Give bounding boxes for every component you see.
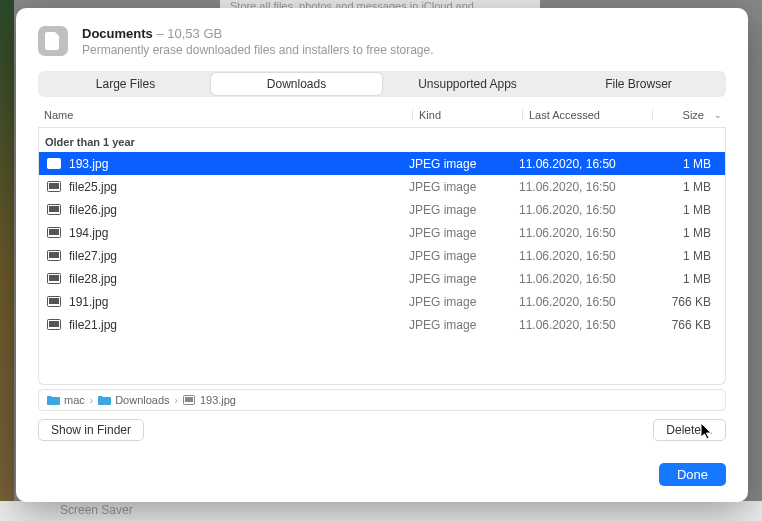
tab-downloads[interactable]: Downloads [211, 73, 382, 95]
file-kind: JPEG image [409, 157, 519, 171]
svg-rect-1 [49, 160, 59, 166]
action-row: Show in Finder Delete… [16, 411, 748, 441]
file-name: file21.jpg [69, 318, 117, 332]
col-header-size[interactable]: Size ⌄ [652, 109, 722, 121]
breadcrumb: mac›Downloads›193.jpg [38, 389, 726, 411]
svg-rect-5 [49, 206, 59, 212]
tab-file-browser[interactable]: File Browser [553, 73, 724, 95]
title-size: – 10,53 GB [156, 26, 222, 41]
svg-rect-13 [49, 298, 59, 304]
segmented-control: Large FilesDownloadsUnsupported AppsFile… [38, 71, 726, 97]
file-accessed: 11.06.2020, 16:50 [519, 203, 649, 217]
table-row[interactable]: 194.jpgJPEG image11.06.2020, 16:501 MB [39, 221, 725, 244]
image-file-icon [47, 319, 61, 330]
table-header: Name Kind Last Accessed Size ⌄ [38, 103, 726, 128]
col-header-accessed[interactable]: Last Accessed [522, 109, 652, 121]
image-file-icon [47, 204, 61, 215]
file-size: 766 KB [649, 295, 725, 309]
file-kind: JPEG image [409, 203, 519, 217]
tab-large-files[interactable]: Large Files [40, 73, 211, 95]
tab-unsupported-apps[interactable]: Unsupported Apps [382, 73, 553, 95]
file-name: 191.jpg [69, 295, 108, 309]
breadcrumb-item[interactable]: mac [47, 394, 85, 406]
panel-subtitle: Permanently erase downloaded files and i… [82, 43, 726, 57]
tabs-row: Large FilesDownloadsUnsupported AppsFile… [16, 71, 748, 103]
file-size: 1 MB [649, 203, 725, 217]
table-row[interactable]: file25.jpgJPEG image11.06.2020, 16:501 M… [39, 175, 725, 198]
image-file-icon [47, 158, 61, 169]
panel-header: Documents – 10,53 GB Permanently erase d… [16, 8, 748, 71]
file-accessed: 11.06.2020, 16:50 [519, 226, 649, 240]
file-size: 766 KB [649, 318, 725, 332]
desktop-background-left [0, 0, 14, 521]
documents-icon [38, 26, 68, 56]
file-size: 1 MB [649, 180, 725, 194]
file-size: 1 MB [649, 157, 725, 171]
image-file-icon [47, 273, 61, 284]
file-name: file27.jpg [69, 249, 117, 263]
breadcrumb-item[interactable]: 193.jpg [183, 394, 236, 406]
footer: Done [16, 441, 748, 502]
file-accessed: 11.06.2020, 16:50 [519, 272, 649, 286]
image-file-icon [183, 395, 196, 406]
breadcrumb-label: mac [64, 394, 85, 406]
breadcrumb-item[interactable]: Downloads [98, 394, 169, 406]
bg-item-label: Screen Saver [60, 503, 133, 517]
storage-documents-panel: Documents – 10,53 GB Permanently erase d… [16, 8, 748, 502]
image-file-icon [47, 227, 61, 238]
file-accessed: 11.06.2020, 16:50 [519, 157, 649, 171]
table-body[interactable]: Older than 1 year 193.jpgJPEG image11.06… [38, 128, 726, 385]
svg-rect-7 [49, 229, 59, 235]
file-size: 1 MB [649, 226, 725, 240]
breadcrumb-label: 193.jpg [200, 394, 236, 406]
table-row[interactable]: 191.jpgJPEG image11.06.2020, 16:50766 KB [39, 290, 725, 313]
svg-rect-3 [49, 183, 59, 189]
svg-rect-11 [49, 275, 59, 281]
file-accessed: 11.06.2020, 16:50 [519, 180, 649, 194]
image-file-icon [47, 296, 61, 307]
header-text: Documents – 10,53 GB Permanently erase d… [82, 26, 726, 57]
file-table: Name Kind Last Accessed Size ⌄ Older tha… [38, 103, 726, 385]
svg-rect-9 [49, 252, 59, 258]
file-kind: JPEG image [409, 272, 519, 286]
chevron-right-icon: › [175, 395, 178, 406]
breadcrumb-label: Downloads [115, 394, 169, 406]
file-name: file25.jpg [69, 180, 117, 194]
title-text: Documents [82, 26, 153, 41]
file-name: file26.jpg [69, 203, 117, 217]
panel-title: Documents – 10,53 GB [82, 26, 726, 41]
file-size: 1 MB [649, 272, 725, 286]
svg-rect-15 [49, 321, 59, 327]
done-button[interactable]: Done [659, 463, 726, 486]
file-kind: JPEG image [409, 180, 519, 194]
file-name: file28.jpg [69, 272, 117, 286]
file-name: 193.jpg [69, 157, 108, 171]
table-row[interactable]: file27.jpgJPEG image11.06.2020, 16:501 M… [39, 244, 725, 267]
group-header: Older than 1 year [39, 128, 725, 152]
file-accessed: 11.06.2020, 16:50 [519, 249, 649, 263]
delete-button[interactable]: Delete… [653, 419, 726, 441]
file-kind: JPEG image [409, 226, 519, 240]
chevron-down-icon: ⌄ [714, 110, 722, 120]
table-row[interactable]: 193.jpgJPEG image11.06.2020, 16:501 MB [39, 152, 725, 175]
table-row[interactable]: file26.jpgJPEG image11.06.2020, 16:501 M… [39, 198, 725, 221]
image-file-icon [47, 250, 61, 261]
file-accessed: 11.06.2020, 16:50 [519, 295, 649, 309]
table-row[interactable]: file21.jpgJPEG image11.06.2020, 16:50766… [39, 313, 725, 336]
image-file-icon [47, 181, 61, 192]
file-accessed: 11.06.2020, 16:50 [519, 318, 649, 332]
col-header-kind[interactable]: Kind [412, 109, 522, 121]
folder-icon [98, 395, 111, 406]
file-kind: JPEG image [409, 295, 519, 309]
desktop-background-bottom: Screen Saver [0, 501, 762, 521]
file-kind: JPEG image [409, 249, 519, 263]
file-kind: JPEG image [409, 318, 519, 332]
file-size: 1 MB [649, 249, 725, 263]
show-in-finder-button[interactable]: Show in Finder [38, 419, 144, 441]
folder-icon [47, 395, 60, 406]
svg-rect-17 [185, 397, 193, 402]
file-name: 194.jpg [69, 226, 108, 240]
col-header-name[interactable]: Name [42, 109, 412, 121]
table-row[interactable]: file28.jpgJPEG image11.06.2020, 16:501 M… [39, 267, 725, 290]
chevron-right-icon: › [90, 395, 93, 406]
